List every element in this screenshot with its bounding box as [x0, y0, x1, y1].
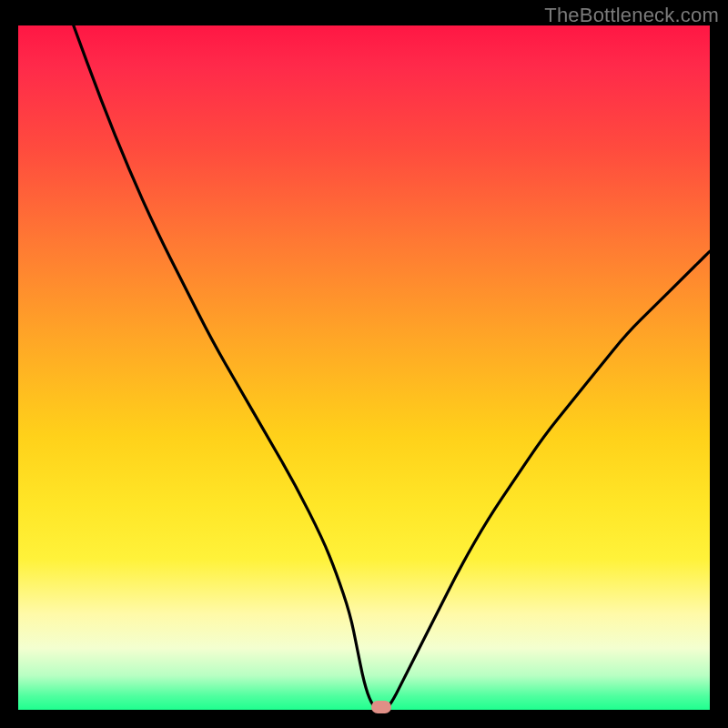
bottleneck-curve [18, 25, 710, 710]
plot-area [18, 25, 710, 710]
watermark-label: TheBottleneck.com [544, 4, 719, 27]
optimal-point-marker [371, 701, 391, 713]
curve-path [74, 25, 710, 710]
chart-frame: TheBottleneck.com [0, 0, 728, 728]
